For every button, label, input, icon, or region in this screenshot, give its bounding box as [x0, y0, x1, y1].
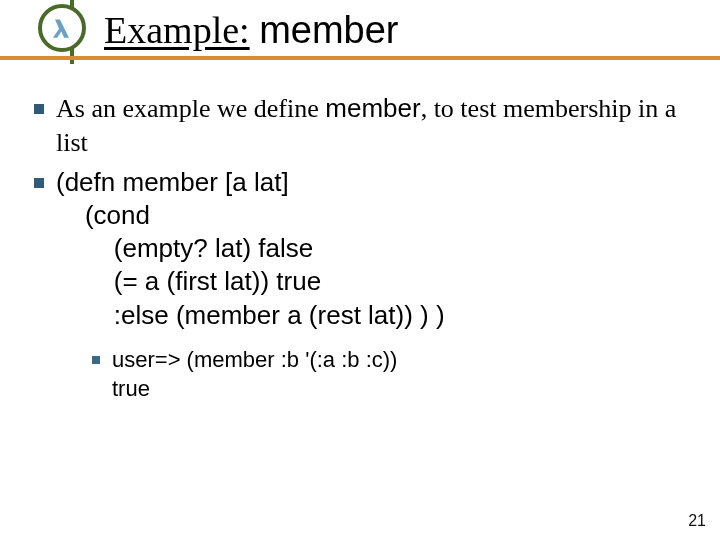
repl-line: true — [112, 375, 397, 404]
lambda-logo-icon — [38, 4, 86, 52]
code-line: (cond — [56, 199, 445, 232]
title-row: Example: member — [0, 0, 720, 78]
content: As an example we define member, to test … — [34, 92, 694, 409]
bullet-repl: user=> (member :b '(:a :b :c)) true — [92, 346, 694, 403]
bullet-intro: As an example we define member, to test … — [34, 92, 694, 160]
title-suffix: member — [259, 9, 398, 51]
bullet-icon — [34, 178, 44, 188]
intro-text: As an example we define member, to test … — [56, 92, 694, 160]
code-line: :else (member a (rest lat)) ) ) — [56, 299, 445, 332]
code-line: (= a (first lat)) true — [56, 265, 445, 298]
repl-line: user=> (member :b '(:a :b :c)) — [112, 346, 397, 375]
title-prefix: Example: — [104, 9, 250, 51]
page-number: 21 — [688, 512, 706, 530]
bullet-icon — [34, 104, 44, 114]
repl-block: user=> (member :b '(:a :b :c)) true — [112, 346, 397, 403]
title-underline-bar — [0, 56, 720, 60]
code-line: (empty? lat) false — [56, 232, 445, 265]
slide-title: Example: member — [104, 8, 399, 52]
intro-a: As an example we define — [56, 94, 325, 123]
code-block: (defn member [a lat] (cond (empty? lat) … — [56, 166, 445, 332]
bullet-icon — [92, 356, 100, 364]
bullet-code: (defn member [a lat] (cond (empty? lat) … — [34, 166, 694, 332]
slide: Example: member As an example we define … — [0, 0, 720, 540]
code-line: (defn member [a lat] — [56, 166, 445, 199]
intro-b: member — [325, 93, 420, 123]
